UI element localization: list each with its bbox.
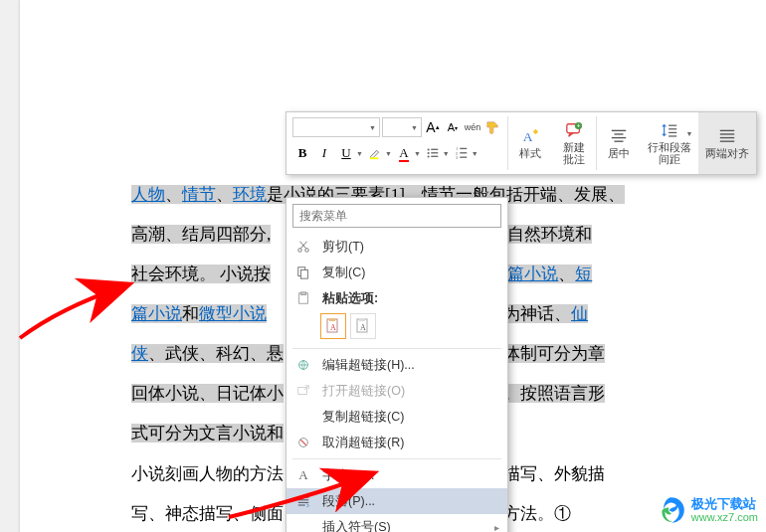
- menu-search[interactable]: [292, 204, 501, 228]
- watermark-title: 极光下载站: [691, 497, 758, 511]
- font-color-button[interactable]: A: [394, 144, 414, 162]
- align-center-button[interactable]: 居中: [597, 112, 641, 174]
- link-pianxiaoshuo[interactable]: 篇小说: [131, 304, 182, 323]
- new-comment-label: 新建 批注: [563, 141, 585, 165]
- svg-point-30: [305, 249, 309, 253]
- styles-button[interactable]: A 样式: [508, 112, 552, 174]
- svg-rect-27: [720, 137, 734, 138]
- svg-rect-47: [298, 505, 305, 506]
- svg-rect-10: [460, 152, 467, 153]
- link-renwu[interactable]: 人物: [131, 185, 165, 204]
- italic-button[interactable]: I: [314, 144, 334, 162]
- watermark-logo-icon: [656, 494, 687, 526]
- svg-rect-19: [612, 137, 626, 138]
- paste-text-only[interactable]: A: [350, 313, 376, 339]
- menu-cut-label: 剪切(T): [322, 239, 499, 256]
- remove-link-icon: [294, 434, 312, 451]
- svg-rect-18: [615, 133, 624, 134]
- font-size-combo[interactable]: ▼: [382, 117, 422, 137]
- svg-rect-0: [370, 157, 379, 159]
- svg-rect-36: [329, 318, 335, 321]
- text: 式可分为文言小说和: [131, 424, 284, 443]
- menu-insert-symbol[interactable]: 插入符号(S) ▸: [287, 514, 507, 532]
- open-link-icon: [294, 382, 312, 400]
- line-paragraph-spacing-button[interactable]: 行和段落 间距▼: [641, 112, 698, 174]
- cut-icon: [294, 238, 312, 256]
- shrink-font-button[interactable]: A▾: [444, 118, 462, 136]
- format-painter-button[interactable]: [483, 118, 501, 136]
- chevron-down-icon[interactable]: ▼: [443, 150, 450, 157]
- font-name-combo[interactable]: ▼: [292, 117, 380, 137]
- link-weixing[interactable]: 微型小说: [199, 304, 267, 323]
- link-xian[interactable]: 仙: [571, 304, 588, 323]
- svg-rect-8: [460, 148, 467, 149]
- copy-hyperlink-label: 复制超链接(C): [322, 409, 499, 426]
- submenu-arrow-icon: ▸: [494, 522, 499, 533]
- highlight-button[interactable]: [365, 144, 385, 162]
- menu-copy[interactable]: 复制(C): [287, 260, 507, 285]
- watermark-url: www.xz7.com: [691, 511, 758, 523]
- new-comment-button[interactable]: + 新建 批注: [552, 112, 596, 174]
- text: 、武侠、科幻、悬: [148, 344, 284, 363]
- paragraph-label: 段落(P)...: [322, 493, 499, 510]
- grow-font-button[interactable]: A▴: [424, 118, 442, 136]
- underline-button[interactable]: U: [336, 144, 356, 162]
- styles-label: 样式: [519, 147, 541, 159]
- svg-rect-32: [300, 269, 307, 278]
- svg-rect-45: [298, 499, 309, 500]
- font-icon: A: [294, 466, 312, 484]
- link-duan[interactable]: 短: [575, 265, 592, 283]
- svg-rect-6: [431, 156, 438, 157]
- watermark: 极光下载站 www.xz7.com: [656, 494, 758, 526]
- chevron-down-icon[interactable]: ▼: [356, 150, 363, 157]
- link-huanjing[interactable]: 环境: [233, 185, 267, 204]
- chevron-down-icon: ▼: [411, 124, 418, 131]
- menu-copy-hyperlink[interactable]: 复制超链接(C): [287, 404, 507, 430]
- svg-rect-21: [669, 125, 676, 126]
- menu-copy-label: 复制(C): [322, 265, 499, 281]
- menu-open-hyperlink: 打开超链接(O): [287, 378, 507, 404]
- numbering-button[interactable]: 123: [452, 144, 472, 162]
- svg-text:A: A: [330, 323, 336, 332]
- insert-symbol-label: 插入符号(S): [322, 519, 484, 533]
- bold-button[interactable]: B: [292, 144, 312, 162]
- menu-search-input[interactable]: [292, 204, 501, 228]
- context-menu: 剪切(T) 复制(C) 粘贴选项: A A 编辑超链接(H)... 打开超链接(…: [286, 197, 508, 532]
- copy-icon: [294, 264, 312, 281]
- justify-label: 两端对齐: [705, 147, 749, 159]
- menu-paste-options-header: 粘贴选项:: [287, 285, 507, 311]
- paste-keep-source[interactable]: A: [320, 313, 346, 339]
- paste-header-label: 粘贴选项:: [322, 290, 499, 307]
- chevron-down-icon: ▼: [369, 124, 376, 131]
- open-hyperlink-label: 打开超链接(O): [322, 383, 499, 400]
- spacing-label: 行和段落 间距: [648, 141, 691, 165]
- phonetic-guide-button[interactable]: wén: [464, 118, 481, 136]
- chevron-down-icon[interactable]: ▼: [385, 150, 392, 157]
- bullets-button[interactable]: [423, 144, 443, 162]
- svg-text:+: +: [577, 122, 581, 129]
- svg-point-1: [427, 148, 429, 150]
- svg-rect-24: [669, 135, 676, 136]
- svg-text:A: A: [523, 128, 533, 143]
- link-xia[interactable]: 侠: [131, 344, 148, 363]
- menu-edit-hyperlink[interactable]: 编辑超链接(H)...: [287, 352, 507, 378]
- menu-cut[interactable]: 剪切(T): [287, 234, 507, 260]
- menu-font[interactable]: A 字体(F)...: [287, 462, 507, 488]
- menu-paragraph[interactable]: 段落(P)...: [287, 488, 507, 514]
- svg-rect-46: [298, 502, 309, 503]
- svg-text:3: 3: [456, 155, 459, 160]
- remove-hyperlink-label: 取消超链接(R): [322, 435, 499, 451]
- text: 写、神态描写、侧面: [131, 504, 284, 523]
- svg-rect-17: [612, 130, 626, 131]
- menu-remove-hyperlink[interactable]: 取消超链接(R): [287, 430, 507, 455]
- font-label: 字体(F)...: [322, 467, 499, 484]
- svg-point-5: [427, 155, 429, 157]
- justify-button[interactable]: 两端对齐: [698, 112, 756, 174]
- svg-rect-4: [431, 152, 438, 153]
- chevron-down-icon[interactable]: ▼: [414, 150, 421, 157]
- chevron-down-icon[interactable]: ▼: [472, 150, 479, 157]
- menu-separator: [292, 458, 501, 459]
- text: 、: [558, 265, 575, 283]
- link-qingjie[interactable]: 情节: [182, 185, 216, 204]
- svg-rect-39: [359, 318, 365, 321]
